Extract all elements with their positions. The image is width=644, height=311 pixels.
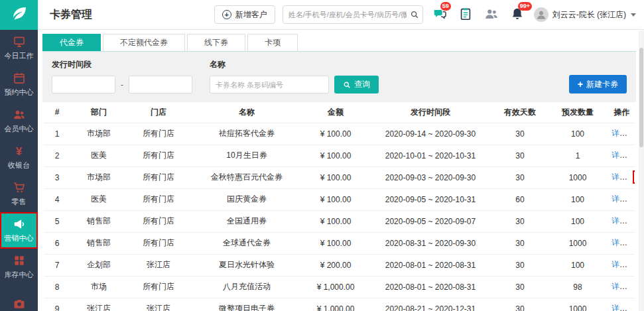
- vertical-scrollbar[interactable]: [639, 31, 644, 311]
- actions-cell: 详情明细: [609, 276, 635, 298]
- sidebar-item-label: 营销中心: [5, 233, 34, 243]
- detail-link[interactable]: 详情: [612, 260, 627, 269]
- detail-link[interactable]: 详情: [612, 151, 627, 160]
- plus-icon: +: [578, 80, 583, 89]
- detail-link[interactable]: 详情: [612, 129, 627, 138]
- detail-link[interactable]: 详情: [612, 172, 627, 182]
- tab-card-item[interactable]: 卡项: [247, 34, 298, 51]
- row-index-cell: 5: [44, 210, 70, 232]
- notifications-badge: 99+: [518, 2, 532, 11]
- query-button[interactable]: 查询: [334, 76, 379, 93]
- valid-days-cell: 30: [493, 123, 547, 145]
- actions-cell: 详情明细: [609, 298, 635, 311]
- table-row: 8市场所有门店八月充值活动¥ 1,000.002020-08-01 ~ 2020…: [44, 276, 635, 298]
- sidebar-item-label: 零售: [12, 197, 27, 207]
- table-row: 2医美所有门店10月生日券¥ 100.002020-10-01 ~ 2020-1…: [44, 145, 635, 166]
- department-cell: 市场部: [70, 166, 127, 188]
- detail-link[interactable]: 详情: [612, 194, 627, 204]
- issue-end-input[interactable]: [129, 76, 192, 93]
- table-row: 3市场部所有门店金秋特惠百元代金券¥ 100.002020-09-03 ~ 20…: [44, 166, 635, 188]
- notifications-button[interactable]: 99+: [508, 5, 527, 24]
- customer-search-input[interactable]: [283, 5, 423, 24]
- period-cell: 2020-08-01 ~ 2020-08-31: [367, 276, 493, 298]
- tab-offline-coupon[interactable]: 线下券: [187, 34, 245, 51]
- table-row: 6销售部所有门店全球通代金券¥ 100.002020-08-31 ~ 2020-…: [44, 232, 635, 254]
- row-index-cell: 1: [44, 123, 70, 145]
- user-menu[interactable]: 刘云云-院长 (张江店): [534, 7, 636, 22]
- new-coupon-label: 新建卡券: [586, 79, 618, 90]
- scrollbar-thumb[interactable]: [639, 48, 643, 147]
- coupon-tabs: 代金券不定额代金券线下券卡项: [42, 34, 636, 52]
- sidebar-item-appointment-center[interactable]: 预约中心: [0, 66, 38, 103]
- department-cell: 市场部: [70, 123, 127, 145]
- breakdown-link[interactable]: 明细: [633, 170, 635, 184]
- plus-circle-icon: +: [222, 10, 231, 19]
- detail-link[interactable]: 详情: [612, 282, 627, 291]
- amount-cell: ¥ 1,000.00: [304, 298, 367, 311]
- issue-count-cell: 98: [547, 276, 609, 298]
- tab-variable-voucher[interactable]: 不定额代金券: [103, 34, 185, 51]
- row-index-cell: 3: [44, 166, 70, 188]
- detail-link[interactable]: 详情: [612, 216, 627, 225]
- issue-count-cell: 100: [547, 123, 609, 145]
- valid-days-cell: 30: [493, 210, 547, 232]
- department-cell: 张江店: [70, 298, 127, 311]
- issue-count-cell: 1: [547, 145, 609, 166]
- breakdown-link[interactable]: 明细: [633, 151, 635, 160]
- store-cell: 所有门店: [127, 123, 190, 145]
- valid-days-cell: 30: [493, 145, 547, 166]
- issue-start-input[interactable]: [52, 76, 115, 93]
- detail-link[interactable]: 详情: [612, 238, 627, 247]
- breakdown-link[interactable]: 明细: [633, 129, 635, 138]
- breakdown-link[interactable]: 明细: [633, 216, 635, 225]
- new-coupon-button[interactable]: + 新建卡券: [569, 75, 627, 93]
- actions-cell: 详情明细: [609, 254, 635, 276]
- register-button[interactable]: [456, 5, 475, 24]
- column-header: #: [44, 102, 70, 123]
- chevron-down-icon: [631, 13, 636, 17]
- search-icon-small: [343, 81, 351, 89]
- sidebar-item-label: 收银台: [8, 160, 30, 170]
- sidebar-item-retail[interactable]: 零售: [0, 176, 38, 212]
- monitor-icon: [13, 35, 26, 48]
- sidebar-item-marketing-center[interactable]: 营销中心: [0, 212, 38, 249]
- app-logo: [0, 0, 38, 30]
- department-cell: 企划部: [70, 254, 127, 276]
- search-icon[interactable]: [410, 10, 419, 19]
- breakdown-link[interactable]: 明细: [633, 194, 635, 204]
- calendar-icon: [13, 72, 26, 85]
- sidebar-item-cashier[interactable]: ¥收银台: [0, 139, 38, 176]
- column-header: 门店: [127, 102, 190, 123]
- breakdown-link[interactable]: 明细: [633, 238, 635, 247]
- store-cell: 张江店: [127, 254, 190, 276]
- breakdown-link[interactable]: 明细: [633, 304, 635, 311]
- period-cell: 2020-10-01 ~ 2020-10-31: [367, 145, 493, 166]
- sidebar-item-inventory-center[interactable]: 库存中心: [0, 249, 38, 285]
- coupon-name-input[interactable]: [210, 76, 329, 93]
- detail-link[interactable]: 详情: [612, 304, 627, 311]
- column-header: 有效天数: [493, 102, 547, 123]
- tab-voucher[interactable]: 代金券: [42, 34, 101, 51]
- sidebar-item-label: 今日工作: [5, 51, 34, 61]
- sidebar-item-member-center[interactable]: 会员中心: [0, 103, 38, 139]
- table-row: 7企划部张江店夏日水光针体验¥ 200.002020-08-01 ~ 2020-…: [44, 254, 635, 276]
- column-header: 金额: [304, 102, 367, 123]
- breakdown-link[interactable]: 明细: [633, 260, 635, 269]
- table-header-row: #部门门店名称金额发行时间段有效天数预发数量操作: [44, 102, 635, 123]
- members-button[interactable]: [482, 5, 501, 24]
- valid-days-cell: 30: [493, 166, 547, 188]
- coupon-name-cell: 国庆黄金券: [190, 188, 304, 210]
- breakdown-link[interactable]: 明细: [633, 282, 635, 291]
- page-title: 卡券管理: [50, 8, 92, 22]
- filter-panel: 发行时间段 - 名称 查询: [42, 52, 636, 102]
- department-cell: 销售部: [70, 210, 127, 232]
- sidebar-item-label: 会员中心: [5, 124, 34, 134]
- sidebar-item-today-work[interactable]: 今日工作: [0, 30, 38, 66]
- period-cell: 2020-08-21 ~ 2020-12-31: [367, 298, 493, 311]
- issue-count-cell: 100: [547, 188, 609, 210]
- sidebar-item-camera[interactable]: [0, 285, 38, 311]
- add-customer-button[interactable]: + 新增客户: [214, 5, 275, 24]
- amount-cell: ¥ 100.00: [304, 166, 367, 188]
- messages-button[interactable]: 59: [430, 5, 449, 24]
- table-row: 9张江店张江店微整项目电子券¥ 1,000.002020-08-21 ~ 202…: [44, 298, 635, 311]
